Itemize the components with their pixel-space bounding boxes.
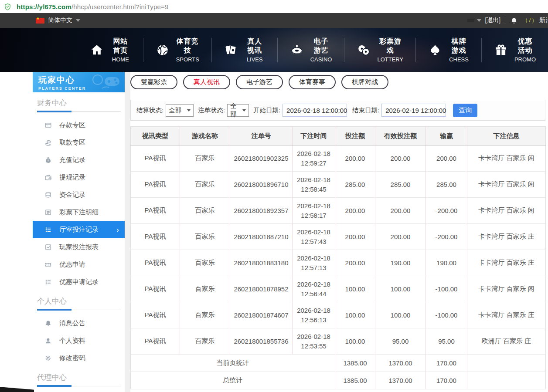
list-icon — [44, 278, 52, 286]
table-row: PA视讯百家乐2602180018872102026-02-1812:57:43… — [131, 224, 546, 250]
bet-amount-cell: 100.00 — [335, 302, 375, 328]
tab-active[interactable]: 真人视讯 — [183, 75, 230, 89]
order-no-cell: 260218001878952 — [230, 276, 293, 302]
nav-label-cn: 彩票游戏 — [377, 37, 403, 55]
summary-value-cell: 1370.00 — [375, 355, 426, 372]
sidebar-item[interactable]: 优惠申请记录 — [33, 273, 125, 291]
video-type-cell: PA视讯 — [131, 276, 180, 302]
bet-amount-cell: 285.00 — [335, 172, 375, 198]
nav-item-lottery[interactable]: 彩票游戏LOTTERY — [344, 38, 416, 62]
sidebar-item[interactable]: 玩家投注报表 — [33, 238, 125, 256]
chevron-down-icon — [242, 109, 246, 112]
start-date-label: 开始日期: — [253, 106, 280, 115]
tab[interactable]: 棋牌对战 — [341, 75, 388, 89]
bets-table: 视讯类型游戏名称注单号下注时间投注额有效投注额输赢下注信息 PA视讯百家乐260… — [130, 126, 546, 389]
chevron-down-icon[interactable] — [477, 19, 481, 22]
summary-label: 当前页统计 — [131, 355, 335, 372]
chevron-down-icon — [76, 19, 80, 22]
table-row: PA视讯百家乐2602180018831802026-02-1812:57:13… — [131, 250, 546, 276]
nav-item-chess[interactable]: 棋牌游戏CHESS — [416, 38, 482, 62]
gamepad-decor-icon — [89, 74, 121, 91]
nav-label-cn: 优惠活动 — [514, 37, 536, 55]
column-header: 有效投注额 — [375, 127, 426, 145]
sidebar-item-label: 个人资料 — [59, 337, 85, 345]
bell-icon[interactable] — [511, 17, 517, 24]
tab[interactable]: 雙赢彩票 — [130, 75, 177, 89]
language-selector[interactable]: ★ 简体中文 — [36, 17, 80, 24]
table-body: PA视讯百家乐2602180019023252026-02-1812:59:27… — [131, 145, 546, 389]
filter-bar: 结算状态: 全部 注单状态: 全部 开始日期: 2026-02-18 12:00… — [130, 100, 545, 121]
search-button[interactable]: 查询 — [453, 104, 477, 117]
sidebar-item[interactable]: 存款专区 — [33, 116, 125, 134]
nav-item-casino[interactable]: 电子游艺CASINO — [278, 38, 345, 62]
sidebar-item[interactable]: 彩票下注明细 — [33, 203, 125, 221]
sidebar-item-label: 充值记录 — [59, 156, 85, 164]
table-row: PA视讯百家乐2602180018789522026-02-1812:56:44… — [131, 276, 546, 302]
bet-amount-cell: 200.00 — [335, 250, 375, 276]
bet-info-cell: 卡卡湾厅 百家乐 闲 — [467, 276, 546, 302]
tab[interactable]: 体育赛事 — [289, 75, 336, 89]
nav-item-home[interactable]: 网站首页HOME — [78, 38, 143, 62]
sidebar-item[interactable]: 个人资料 — [33, 332, 125, 349]
sidebar-item-label: 资金记录 — [59, 191, 85, 199]
order-no-cell: 260218001874607 — [230, 302, 293, 328]
valid-bet-cell: 95.00 — [375, 328, 426, 355]
nav-label-cn: 体育竞技 — [176, 37, 199, 55]
summary-empty-cell — [467, 372, 546, 389]
bet-info-cell: 卡卡湾厅 百家乐 闲 — [467, 172, 546, 198]
sidebar-item[interactable]: 优惠申请 — [33, 256, 125, 273]
nav-label-cn: 网站首页 — [110, 37, 131, 55]
logout-button[interactable]: [退出] — [485, 17, 500, 24]
sidebar-item[interactable]: 厅室投注记录› — [33, 221, 125, 238]
china-flag-icon: ★ — [36, 18, 44, 24]
url-domain: https://yl675.com — [17, 3, 71, 10]
bell-icon — [44, 320, 52, 327]
sidebar-item[interactable]: 修改密码 — [33, 349, 125, 367]
order-no-cell: 260218001902325 — [230, 145, 293, 172]
section-underline — [37, 310, 121, 310]
gear-icon — [44, 355, 52, 362]
divider — [505, 17, 505, 24]
sidebar-item[interactable]: 资金记录 — [33, 186, 125, 203]
section-underline — [37, 112, 121, 112]
sidebar-section: 代理中心代理规则说明 — [33, 367, 125, 392]
win-loss-cell: 190.00 — [426, 250, 467, 276]
home-icon — [90, 43, 104, 57]
sidebar-item[interactable]: 充值记录 — [33, 151, 125, 169]
valid-bet-cell: 200.00 — [375, 198, 426, 224]
sidebar-item[interactable]: 消息公告 — [33, 314, 125, 332]
nav-item-promo[interactable]: 优惠活动PROMO — [482, 38, 548, 62]
username-redacted[interactable] — [467, 19, 474, 22]
column-header: 下注信息 — [467, 127, 546, 145]
section-underline — [37, 386, 121, 386]
game-name-cell: 百家乐 — [180, 198, 230, 224]
ticket-icon — [44, 261, 52, 268]
settle-status-select[interactable]: 全部 — [166, 104, 194, 117]
game-name-cell: 百家乐 — [180, 172, 230, 198]
message-label[interactable]: 新消息 — [539, 17, 548, 24]
message-count[interactable]: （7） — [522, 17, 538, 24]
summary-value-cell: 170.00 — [426, 372, 467, 389]
category-tabs: 雙赢彩票真人视讯电子游艺体育赛事棋牌对战 — [130, 75, 545, 89]
sidebar-item-label: 优惠申请 — [59, 260, 85, 269]
sidebar-header: 玩家中心 PLAYERS CENTER — [33, 72, 125, 92]
tab[interactable]: 电子游艺 — [236, 75, 283, 89]
order-status-select[interactable]: 全部 — [227, 104, 249, 117]
bet-time-cell: 2026-02-1812:53:55 — [293, 328, 335, 355]
valid-bet-cell: 200.00 — [375, 224, 426, 250]
url-text[interactable]: https://yl675.com/hhcp/usercenter.html?i… — [17, 3, 169, 10]
chart-icon — [44, 243, 52, 251]
start-date-input[interactable]: 2026-02-18 12:00:00 — [283, 104, 347, 117]
sidebar-item[interactable]: 取款专区 — [33, 134, 125, 151]
summary-row: 当前页统计1385.001370.00170.00 — [131, 355, 546, 372]
end-date-input[interactable]: 2026-02-19 12:00:00 — [381, 104, 446, 117]
bet-amount-cell: 200.00 — [335, 145, 375, 172]
sidebar-item[interactable]: 提现记录 — [33, 169, 125, 186]
bet-info-cell: 卡卡湾厅 百家乐 庄 — [467, 250, 546, 276]
nav-item-sports[interactable]: 体育竞技SPORTS — [143, 38, 212, 62]
nav-item-lives[interactable]: 真人视讯LIVES — [212, 38, 278, 62]
order-status-label: 注单状态: — [198, 106, 225, 115]
game-name-cell: 百家乐 — [180, 302, 230, 328]
sidebar-item-label: 玩家投注报表 — [59, 243, 99, 251]
browser-address-bar[interactable]: https://yl675.com/hhcp/usercenter.html?i… — [0, 0, 548, 13]
